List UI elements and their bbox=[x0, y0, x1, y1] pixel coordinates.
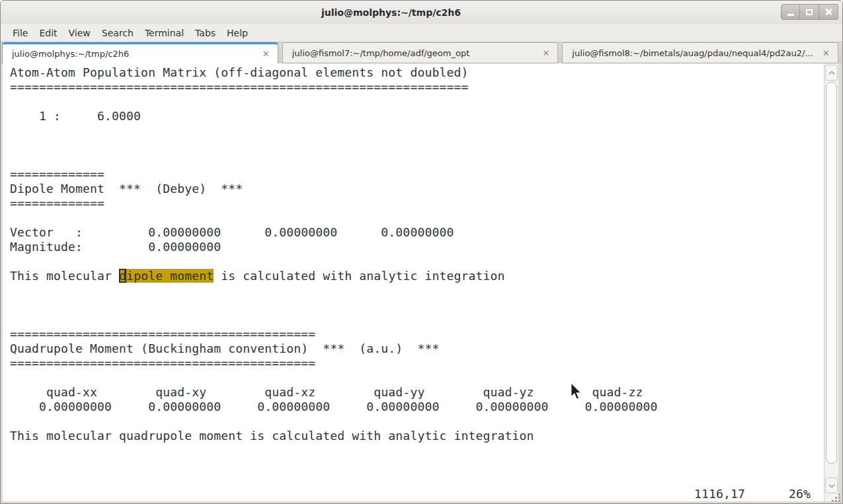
terminal-text-before: Atom-Atom Population Matrix (off-diagona… bbox=[10, 65, 468, 283]
tab-label: julio@fismol7:~/tmp/home/adf/geom_opt bbox=[292, 48, 538, 58]
vim-ruler-position: 1116,17 bbox=[694, 487, 745, 501]
tab-bar: julio@molphys:~/tmp/c2h6 ✕ julio@fismol7… bbox=[1, 42, 842, 63]
menubar: File Edit View Search Terminal Tabs Help bbox=[1, 24, 842, 42]
close-button[interactable] bbox=[819, 4, 838, 20]
vim-cursor-search-char: d bbox=[119, 269, 126, 283]
scrollbar[interactable] bbox=[824, 63, 838, 501]
menu-help[interactable]: Help bbox=[221, 25, 253, 41]
terminal-viewport[interactable]: Atom-Atom Population Matrix (off-diagona… bbox=[3, 63, 824, 501]
terminal-text-after: is calculated with analytic integration … bbox=[10, 269, 658, 443]
scrollbar-thumb[interactable] bbox=[826, 82, 837, 464]
scroll-down-button[interactable] bbox=[825, 478, 838, 493]
vim-ruler: 1116,17 26% bbox=[3, 487, 824, 501]
minimize-icon bbox=[787, 14, 794, 16]
minimize-button[interactable] bbox=[781, 4, 800, 20]
menu-tabs[interactable]: Tabs bbox=[190, 25, 221, 41]
tab-close-icon[interactable]: ✕ bbox=[817, 48, 830, 58]
menu-terminal[interactable]: Terminal bbox=[140, 25, 189, 41]
terminal-content-area: Atom-Atom Population Matrix (off-diagona… bbox=[1, 63, 842, 504]
tab-fismol8[interactable]: julio@fismol8:~/bimetals/auag/pdau/nequa… bbox=[562, 42, 838, 63]
maximize-icon bbox=[806, 9, 813, 15]
scroll-up-button[interactable] bbox=[825, 65, 838, 81]
tab-label: julio@fismol8:~/bimetals/auag/pdau/nequa… bbox=[572, 48, 817, 58]
tab-label: julio@molphys:~/tmp/c2h6 bbox=[12, 49, 257, 59]
window-title: julio@molphys:~/tmp/c2h6 bbox=[1, 7, 842, 18]
menu-view[interactable]: View bbox=[63, 25, 96, 41]
close-icon bbox=[824, 8, 832, 16]
tab-close-icon[interactable]: ✕ bbox=[257, 49, 270, 59]
terminal-window: julio@molphys:~/tmp/c2h6 File Edit View … bbox=[0, 0, 843, 504]
terminal-output: Atom-Atom Population Matrix (off-diagona… bbox=[3, 63, 824, 443]
tab-fismol7[interactable]: julio@fismol7:~/tmp/home/adf/geom_opt ✕ bbox=[282, 42, 559, 63]
menu-file[interactable]: File bbox=[7, 25, 33, 41]
tab-molphys[interactable]: julio@molphys:~/tmp/c2h6 ✕ bbox=[2, 42, 278, 63]
chevron-down-icon bbox=[828, 484, 835, 488]
menu-search[interactable]: Search bbox=[97, 25, 139, 41]
menu-edit[interactable]: Edit bbox=[34, 25, 62, 41]
window-controls bbox=[781, 4, 838, 20]
resize-grip-icon[interactable] bbox=[832, 493, 841, 502]
tab-close-icon[interactable]: ✕ bbox=[537, 48, 549, 58]
chevron-up-icon bbox=[828, 71, 835, 75]
vim-ruler-percent: 26% bbox=[789, 487, 811, 501]
maximize-button[interactable] bbox=[800, 4, 819, 20]
search-highlight: ipole moment bbox=[126, 269, 214, 283]
titlebar[interactable]: julio@molphys:~/tmp/c2h6 bbox=[1, 1, 842, 24]
mouse-pointer-icon bbox=[570, 382, 582, 400]
